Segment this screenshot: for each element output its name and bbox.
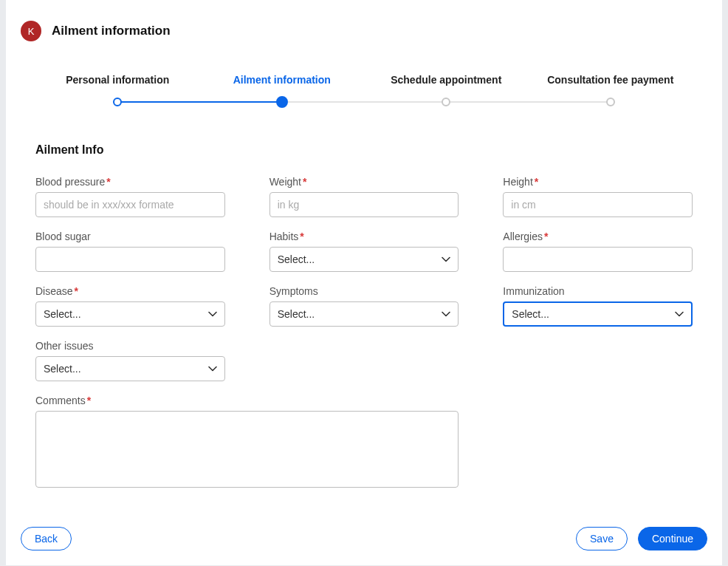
chevron-down-icon — [208, 310, 217, 318]
form-grid: Blood pressure* Weight* Height* Blood su… — [35, 176, 693, 490]
field-blood-pressure: Blood pressure* — [35, 176, 225, 217]
field-other-issues: Other issues Select... — [35, 340, 225, 381]
label-weight: Weight* — [269, 176, 459, 188]
select-symptoms-text: Select... — [278, 308, 315, 320]
select-disease[interactable]: Select... — [35, 301, 225, 327]
save-button[interactable]: Save — [576, 527, 628, 550]
stepper: Personal information Ailment information… — [35, 74, 693, 108]
page-title: Ailment information — [52, 24, 171, 38]
label-height: Height* — [503, 176, 693, 188]
spacer — [269, 340, 459, 381]
step-schedule-appointment[interactable]: Schedule appointment — [364, 74, 529, 86]
chevron-down-icon — [208, 364, 217, 373]
select-immunization[interactable]: Select... — [503, 301, 693, 327]
label-allergies: Allergies* — [503, 231, 693, 242]
select-other-issues[interactable]: Select... — [35, 356, 225, 381]
select-habits[interactable]: Select... — [269, 247, 459, 272]
field-allergies: Allergies* — [503, 231, 693, 272]
input-weight[interactable] — [269, 192, 459, 217]
field-disease: Disease* Select... — [35, 285, 225, 327]
footer-buttons: Back Save Continue — [6, 490, 722, 550]
header: K Ailment information — [6, 0, 722, 41]
field-weight: Weight* — [269, 176, 459, 217]
input-blood-pressure[interactable] — [35, 192, 225, 217]
field-immunization: Immunization Select... — [503, 285, 693, 327]
step-personal-information[interactable]: Personal information — [35, 74, 200, 86]
select-symptoms[interactable]: Select... — [269, 301, 459, 327]
step-consultation-fee-payment[interactable]: Consultation fee payment — [529, 74, 693, 86]
step-dot-2 — [276, 96, 288, 108]
label-blood-pressure: Blood pressure* — [35, 176, 225, 188]
section-title: Ailment Info — [35, 143, 693, 157]
select-immunization-text: Select... — [512, 308, 549, 320]
step-labels: Personal information Ailment information… — [35, 74, 693, 86]
label-disease: Disease* — [35, 285, 225, 297]
label-immunization: Immunization — [503, 285, 693, 297]
label-symptoms: Symptoms — [269, 285, 459, 297]
step-ailment-information[interactable]: Ailment information — [200, 74, 365, 86]
chevron-down-icon — [675, 310, 684, 318]
input-height[interactable] — [503, 192, 693, 217]
avatar: K — [21, 21, 41, 41]
form-section: Ailment Info Blood pressure* Weight* Hei… — [6, 108, 722, 490]
chevron-down-icon — [442, 310, 450, 318]
avatar-initial: K — [28, 26, 35, 37]
select-other-issues-text: Select... — [44, 363, 81, 375]
field-habits: Habits* Select... — [269, 231, 459, 272]
chevron-down-icon — [442, 255, 450, 264]
label-habits: Habits* — [269, 231, 459, 242]
spacer — [503, 340, 693, 381]
continue-button[interactable]: Continue — [638, 527, 707, 550]
select-disease-text: Select... — [44, 308, 81, 320]
label-other-issues: Other issues — [35, 340, 225, 352]
track-line-done — [117, 101, 282, 103]
field-height: Height* — [503, 176, 693, 217]
main-card: K Ailment information Personal informati… — [6, 0, 722, 565]
field-symptoms: Symptoms Select... — [269, 285, 459, 327]
step-track — [35, 96, 693, 108]
step-dot-3 — [442, 98, 450, 106]
label-comments: Comments* — [35, 395, 459, 406]
select-habits-text: Select... — [278, 253, 315, 265]
input-blood-sugar[interactable] — [35, 247, 225, 272]
field-comments: Comments* — [35, 395, 459, 490]
label-blood-sugar: Blood sugar — [35, 231, 225, 242]
field-blood-sugar: Blood sugar — [35, 231, 225, 272]
right-buttons: Save Continue — [576, 527, 707, 550]
input-allergies[interactable] — [503, 247, 693, 272]
step-dot-1 — [113, 98, 122, 106]
textarea-comments[interactable] — [35, 411, 459, 488]
back-button[interactable]: Back — [21, 527, 72, 550]
step-dot-4 — [606, 98, 615, 106]
